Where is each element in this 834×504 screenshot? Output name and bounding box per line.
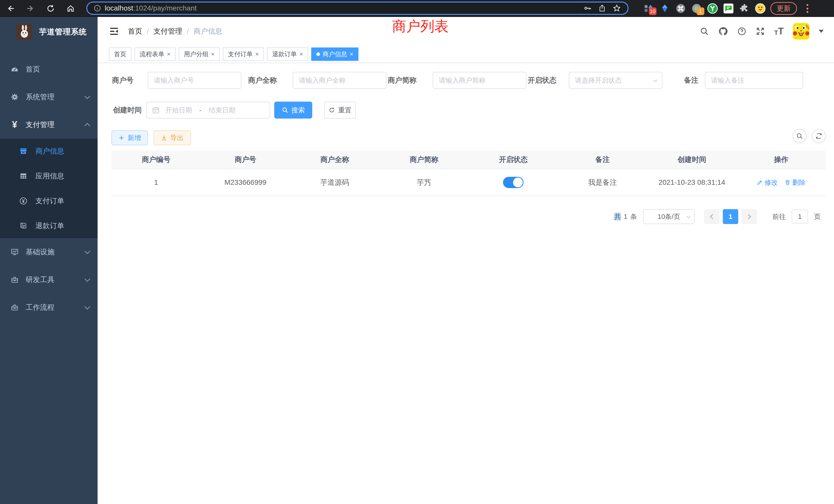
- chrome-menu-icon[interactable]: [805, 3, 810, 14]
- site-info-icon[interactable]: [93, 4, 101, 12]
- goto-page-input[interactable]: [792, 210, 808, 224]
- search-button[interactable]: 搜索: [274, 101, 312, 118]
- cell-merchant-no: M233666999: [201, 169, 290, 196]
- sidebar-item-dev-tools[interactable]: 研发工具: [0, 266, 97, 294]
- remark-input[interactable]: [705, 72, 803, 89]
- url-text: localhost:1024/pay/merchant: [105, 4, 197, 12]
- browser-back-icon[interactable]: [5, 3, 17, 14]
- col-header-merchant-no: 商户号: [201, 151, 290, 169]
- breadcrumb-home[interactable]: 首页: [128, 26, 142, 36]
- extension-y-icon[interactable]: [707, 3, 718, 14]
- reset-button[interactable]: 重置: [324, 101, 356, 118]
- close-icon[interactable]: ×: [300, 50, 303, 58]
- extension-chat-icon[interactable]: [723, 3, 734, 14]
- merchant-no-input[interactable]: [148, 72, 241, 89]
- sidebar-item-home[interactable]: 首页: [0, 55, 97, 83]
- extension-recorder-icon[interactable]: 1: [691, 3, 702, 14]
- add-button[interactable]: 新增: [111, 130, 148, 145]
- search-icon[interactable]: [700, 27, 709, 36]
- extension-badge: 1: [697, 7, 704, 15]
- browser-forward-icon[interactable]: [25, 3, 37, 14]
- close-icon[interactable]: ×: [350, 50, 353, 58]
- sidebar-item-label: 商户信息: [36, 146, 64, 156]
- profile-avatar-icon[interactable]: [755, 3, 766, 14]
- sidebar-item-label: 应用信息: [36, 171, 64, 181]
- extensions-puzzle-icon[interactable]: [739, 3, 750, 14]
- sidebar-item-refund-order[interactable]: 退款订单: [0, 213, 97, 238]
- password-key-icon[interactable]: [584, 4, 592, 12]
- prev-page-button[interactable]: [704, 209, 720, 224]
- export-button[interactable]: 导出: [154, 130, 191, 145]
- tab-refund-order[interactable]: 退款订单×: [267, 47, 308, 61]
- col-header-status: 开启状态: [468, 151, 558, 169]
- screen: localhost:1024/pay/merchant 10: [0, 0, 834, 504]
- toggle-search-button[interactable]: [793, 129, 807, 143]
- bookmark-star-icon[interactable]: [613, 4, 621, 12]
- page-size-select[interactable]: 10条/页: [643, 209, 695, 224]
- avatar-caret-icon[interactable]: [818, 30, 824, 33]
- page-annotation: 商户列表: [392, 17, 448, 36]
- chrome-update-button[interactable]: 更新: [770, 2, 797, 15]
- goto-label: 前往: [772, 209, 786, 224]
- browser-reload-icon[interactable]: [45, 3, 57, 14]
- col-header-remark: 备注: [558, 151, 647, 169]
- help-icon[interactable]: [737, 27, 746, 36]
- tags-view: 首页 流程表单× 用户分组× 支付订单× 退款订单× 商户信息×: [97, 46, 834, 63]
- briefcase-icon: [10, 303, 19, 312]
- filter-label-status: 开启状态: [523, 72, 556, 89]
- sidebar-item-workflow[interactable]: 工作流程: [0, 294, 97, 321]
- extensions-row: 10 1: [643, 0, 766, 17]
- tab-home[interactable]: 首页: [109, 47, 131, 61]
- share-icon[interactable]: [598, 4, 606, 12]
- shop-icon: [19, 147, 28, 156]
- font-size-icon[interactable]: TT: [774, 27, 784, 36]
- sidebar-item-system[interactable]: 系统管理: [0, 83, 97, 111]
- sidebar-item-infrastructure[interactable]: 基础设施: [0, 238, 97, 266]
- page-number-1[interactable]: 1: [723, 209, 738, 224]
- extension-wallet-icon[interactable]: 10: [643, 3, 655, 14]
- toolbox-icon: [10, 275, 19, 284]
- short-name-input[interactable]: [433, 72, 526, 89]
- col-header-short-name: 商户简称: [379, 151, 468, 169]
- app-logo[interactable]: 芋道管理系统: [0, 17, 97, 47]
- col-header-id: 商户编号: [111, 151, 201, 169]
- monitor-chart-icon: [10, 248, 19, 256]
- url-bar[interactable]: localhost:1024/pay/merchant: [86, 2, 629, 15]
- extension-command-icon[interactable]: [675, 3, 686, 14]
- github-icon[interactable]: [718, 26, 728, 36]
- close-icon[interactable]: ×: [167, 50, 171, 58]
- col-header-actions: 操作: [737, 151, 826, 169]
- extension-gem-icon[interactable]: [659, 3, 671, 14]
- tab-process-form[interactable]: 流程表单×: [135, 47, 176, 61]
- close-icon[interactable]: ×: [211, 50, 215, 58]
- sidebar-item-label: 系统管理: [26, 92, 54, 102]
- status-toggle[interactable]: [503, 177, 524, 188]
- breadcrumb-payment[interactable]: 支付管理: [154, 26, 182, 36]
- cell-short-name: 芋艿: [379, 169, 468, 196]
- sidebar-item-label: 支付订单: [36, 196, 64, 206]
- status-select[interactable]: 请选择开启状态: [569, 72, 662, 89]
- sidebar-collapse-icon[interactable]: [109, 26, 119, 37]
- sidebar-item-label: 基础设施: [26, 247, 54, 257]
- browser-home-icon[interactable]: [65, 3, 76, 14]
- date-range-picker[interactable]: 开始日期 - 结束日期: [146, 101, 270, 118]
- edit-link[interactable]: 修改: [757, 178, 778, 187]
- user-avatar[interactable]: [793, 23, 809, 40]
- sidebar-item-app-info[interactable]: 应用信息: [0, 163, 97, 188]
- sidebar-item-pay-order[interactable]: 支付订单: [0, 188, 97, 213]
- filter-label-short-name: 商户简称: [382, 72, 416, 89]
- delete-link[interactable]: 删除: [785, 178, 806, 187]
- sidebar-item-label: 研发工具: [26, 275, 54, 284]
- pagination: 共 1 条 10条/页 1 前往 页: [97, 209, 834, 224]
- tab-pay-order[interactable]: 支付订单×: [223, 47, 264, 61]
- refresh-button[interactable]: [812, 129, 826, 143]
- next-page-button[interactable]: [742, 209, 757, 224]
- full-name-input[interactable]: [293, 72, 387, 89]
- fullscreen-icon[interactable]: [756, 27, 765, 36]
- close-icon[interactable]: ×: [255, 50, 259, 58]
- tab-merchant-info[interactable]: 商户信息×: [311, 47, 358, 61]
- col-header-create-time: 创建时间: [647, 151, 737, 169]
- tab-user-group[interactable]: 用户分组×: [179, 47, 220, 61]
- sidebar-item-payment[interactable]: ¥ 支付管理: [0, 111, 97, 139]
- sidebar-item-merchant-info[interactable]: 商户信息: [0, 139, 97, 163]
